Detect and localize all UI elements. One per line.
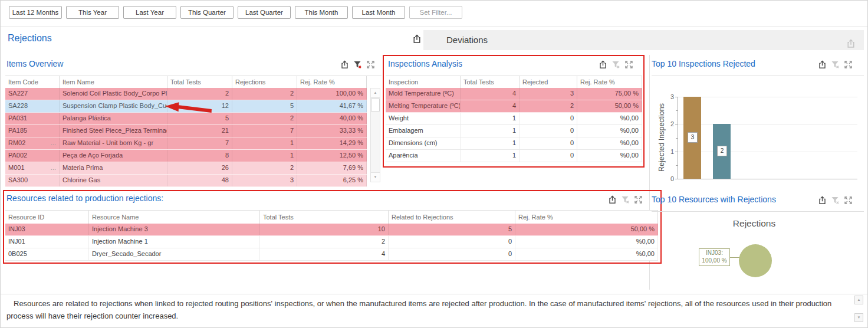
table-row[interactable]: PA185Finished Steel Piece_Pieza Terminad… [5, 125, 367, 137]
table-cell: 75,00 % [577, 88, 642, 100]
table-row[interactable]: SA300Chlorine Gas4836,25 % [5, 175, 367, 187]
export-icon[interactable] [608, 195, 617, 204]
expand-icon[interactable] [366, 60, 375, 69]
table-cell: Weight [386, 113, 461, 124]
filter-button-last-year[interactable]: Last Year [123, 6, 176, 19]
table-row[interactable]: Dimensions (cm)10%0,00 [386, 137, 642, 150]
table-cell: 2 [520, 100, 577, 112]
table-cell: 8 [167, 150, 232, 162]
clear-filter-icon[interactable] [621, 195, 630, 204]
table-cell: 2 [232, 88, 297, 100]
table-cell: 48 [167, 175, 232, 186]
column-header[interactable]: Resource ID [5, 211, 89, 224]
export-icon[interactable] [340, 60, 349, 69]
column-header[interactable]: Item Name [60, 76, 167, 88]
table-cell: SA228 [5, 100, 60, 112]
callout-label: INJ03: [699, 249, 729, 257]
column-header[interactable]: Total Tests [260, 211, 389, 224]
axis-tick-label: 0 [662, 175, 674, 182]
table-row[interactable]: INJ03Injection Machine 310550,00 % [5, 224, 658, 236]
table-cell: Materia Prima [60, 162, 167, 174]
expand-icon[interactable] [634, 195, 643, 204]
column-header[interactable]: Item Code [5, 76, 60, 88]
column-header[interactable]: Rejected [520, 76, 577, 88]
export-icon[interactable] [599, 60, 607, 69]
items-overview-title: Items Overview [6, 59, 63, 68]
column-header[interactable]: Rej. Rate % [515, 211, 658, 224]
column-header[interactable]: Resource Name [89, 211, 260, 224]
annotation-arrow [163, 101, 213, 114]
column-header[interactable]: Total Tests [167, 76, 232, 88]
scroll-down-button[interactable]: ▼ [371, 172, 380, 182]
divider [1, 294, 867, 294]
tab-deviations[interactable]: Deviations [423, 30, 864, 50]
bar-chart-plot-area: 32 [678, 97, 857, 179]
bar-chart: Rejected Inspections 32 0123 [652, 57, 864, 186]
table-cell: SA300 [5, 175, 60, 186]
table-row[interactable]: 0B025Dryer_Secado_Secador40%0,00 [5, 248, 658, 261]
divider [1, 27, 867, 27]
pie-slice-callout: INJ03: 100,00 % [699, 248, 730, 266]
table-row[interactable]: PA031Palanga Plástica5240,00 % [5, 113, 367, 125]
table-row[interactable]: Aparência10%0,00 [386, 150, 642, 162]
table-cell: INJ01 [5, 236, 89, 248]
column-header[interactable]: Inspection [386, 76, 461, 88]
scroll-up-button[interactable]: ▲ [371, 88, 380, 98]
axis-tick-label: 2 [662, 120, 674, 127]
table-row[interactable]: PA002Peça de Aço Forjada8112,50 % [5, 150, 367, 162]
table-row[interactable]: M001...Materia Prima2627,69 % [5, 162, 367, 175]
table-cell: Suspension Clamp Plastic Body_Cue... [60, 100, 167, 112]
column-header[interactable]: Rej. Rate % [577, 76, 642, 88]
table-cell: 3 [520, 88, 577, 100]
pie-slice[interactable] [739, 244, 772, 277]
gridline [678, 152, 857, 152]
scroll-thumb[interactable] [371, 99, 380, 111]
bar-value-label: 2 [717, 146, 727, 156]
filter-button-last-month[interactable]: Last Month [352, 6, 405, 19]
table-cell: 0 [520, 137, 577, 149]
inspections-analysis-title: Inspections Analysis [388, 59, 462, 68]
table-cell: 1 [232, 137, 297, 149]
table-cell: 41,67 % [297, 100, 367, 112]
table-cell: Injection Machine 3 [89, 224, 260, 235]
tab-rejections[interactable]: Rejections [8, 33, 52, 44]
table-row[interactable]: SA227Solenoid Coil Plastic Body_Corpo Pl… [5, 88, 367, 100]
table-cell: Chlorine Gas [60, 175, 167, 186]
filter-button-this-year[interactable]: This Year [66, 6, 119, 19]
table-row[interactable]: INJ01Injection Machine 120%0,00 [5, 236, 658, 248]
expand-icon[interactable] [624, 60, 633, 69]
clear-filter-icon[interactable] [611, 60, 620, 69]
filter-button-this-month[interactable]: This Month [295, 6, 348, 19]
table-cell: RM02... [5, 137, 60, 149]
pie-chart-title: Rejections [678, 218, 831, 229]
column-header[interactable]: Total Tests [461, 76, 520, 88]
table-cell: 100,00 % [297, 88, 367, 100]
scroll-up-button[interactable]: ▲ [854, 296, 863, 304]
filter-button-last-12-months[interactable]: Last 12 Months [9, 6, 62, 19]
export-icon[interactable] [412, 34, 422, 44]
table-cell: 14,29 % [297, 137, 367, 149]
export-icon[interactable] [412, 34, 422, 44]
axis-tick [675, 152, 678, 152]
table-cell: %0,00 [577, 150, 642, 162]
clear-filter-icon[interactable] [353, 60, 362, 69]
table-row[interactable]: Weight10%0,00 [386, 113, 642, 125]
filter-button-this-quarter[interactable]: This Quarter [180, 6, 234, 19]
column-header[interactable]: Rej. Rate % [297, 76, 367, 88]
column-header[interactable]: Rejections [232, 76, 297, 88]
export-icon[interactable] [846, 35, 856, 45]
table-cell: 0B025 [5, 248, 89, 260]
column-header[interactable]: Related to Rejections [389, 211, 515, 224]
table-cell: %0,00 [577, 113, 642, 124]
items-table-scrollbar[interactable]: ▲ ▼ [370, 88, 380, 182]
filter-button-last-quarter[interactable]: Last Quarter [238, 6, 291, 19]
items-overview-actions [340, 60, 375, 69]
table-row[interactable]: Mold Temperature (ºC)4375,00 % [386, 88, 642, 100]
resources-title: Resources related to production rejectio… [6, 193, 163, 203]
table-row[interactable]: RM02...Raw Material - Unit bom Kg - gr71… [5, 137, 367, 150]
table-row[interactable]: Embalagem10%0,00 [386, 125, 642, 137]
table-row[interactable]: Melting Temperature (ºC)4250,00 % [386, 100, 642, 113]
set-filter-button[interactable]: Set Filter... [409, 6, 462, 19]
scroll-down-button[interactable]: ▼ [854, 313, 863, 322]
export-icon[interactable] [846, 39, 856, 48]
